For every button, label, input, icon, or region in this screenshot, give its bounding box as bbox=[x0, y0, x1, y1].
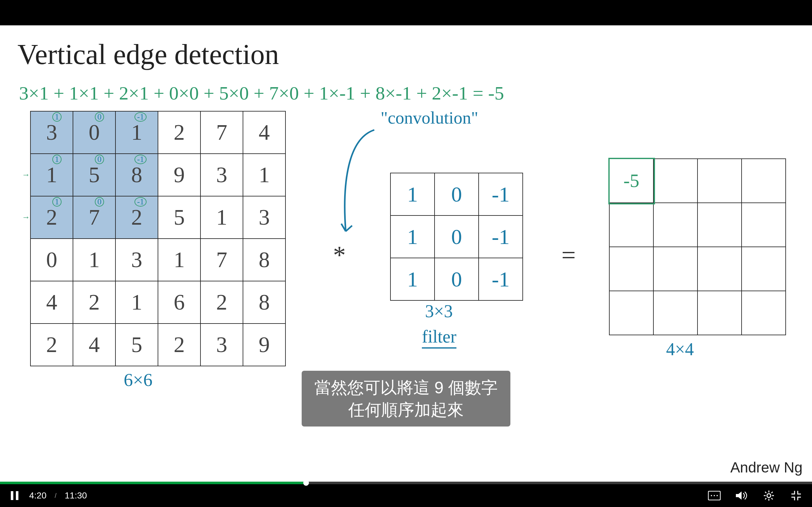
cell bbox=[653, 203, 698, 247]
cell: -1 bbox=[478, 258, 523, 300]
arrow-icon: → bbox=[22, 213, 30, 222]
author-credit: Andrew Ng bbox=[730, 459, 803, 476]
cell: 6 bbox=[158, 281, 200, 324]
cell: 7 bbox=[200, 239, 243, 281]
cell: -1 bbox=[478, 173, 523, 216]
cell: 1 bbox=[391, 173, 435, 216]
pause-icon bbox=[10, 491, 19, 501]
svg-line-13 bbox=[771, 492, 773, 493]
cell: 3 bbox=[115, 239, 158, 281]
cell bbox=[742, 247, 786, 291]
cell bbox=[609, 291, 653, 335]
cell: 1 bbox=[200, 196, 243, 239]
svg-rect-0 bbox=[11, 491, 13, 500]
gear-icon bbox=[763, 490, 774, 501]
current-time: 4:20 bbox=[29, 491, 47, 501]
input-size-label: 6×6 bbox=[124, 369, 153, 390]
equals-sign: = bbox=[561, 241, 576, 270]
filter-label: filter bbox=[422, 326, 456, 349]
svg-line-11 bbox=[765, 492, 766, 493]
filter-size-label: 3×3 bbox=[425, 301, 453, 321]
cell bbox=[609, 247, 653, 291]
cell: 4 bbox=[73, 324, 115, 366]
cell: 07 bbox=[73, 196, 115, 239]
arrow-down-icon bbox=[336, 127, 380, 241]
cell: -1 bbox=[478, 216, 523, 258]
cell: -18 bbox=[115, 154, 158, 196]
equation-handwritten: 3×1 + 1×1 + 2×1 + 0×0 + 5×0 + 7×0 + 1×-1… bbox=[19, 82, 504, 104]
cell: 8 bbox=[243, 239, 286, 281]
subtitle-caption: 當然您可以將這 9 個數字 任何順序加起來 bbox=[302, 371, 510, 427]
cell bbox=[609, 203, 653, 247]
cell: →11 bbox=[31, 154, 73, 196]
exit-fullscreen-button[interactable] bbox=[790, 489, 803, 502]
volume-icon bbox=[735, 490, 748, 501]
cell: 4 bbox=[243, 111, 286, 154]
cell: →12 bbox=[31, 196, 73, 239]
cell: 1 bbox=[73, 239, 115, 281]
cell: 3 bbox=[243, 196, 286, 239]
cell: 3 bbox=[200, 324, 243, 366]
cell bbox=[698, 247, 742, 291]
exit-fullscreen-icon bbox=[791, 490, 802, 501]
subtitle-line: 任何順序加起來 bbox=[314, 399, 498, 421]
svg-rect-1 bbox=[16, 491, 18, 500]
cell bbox=[742, 291, 786, 335]
volume-button[interactable] bbox=[735, 489, 748, 502]
arrow-icon: → bbox=[22, 170, 30, 180]
slide-title: Vertical edge detection bbox=[17, 38, 279, 71]
cell bbox=[698, 159, 742, 203]
svg-line-12 bbox=[771, 498, 773, 499]
input-matrix: 13 00 -11 2 7 4 →11 05 -18 9 3 1 →12 07 … bbox=[30, 111, 286, 366]
convolution-star: * bbox=[333, 241, 346, 270]
cell: 00 bbox=[73, 111, 115, 154]
cell: 13 bbox=[31, 111, 73, 154]
cell: 2 bbox=[200, 281, 243, 324]
convolution-label: "convolution" bbox=[380, 108, 478, 128]
svg-point-3 bbox=[711, 495, 712, 496]
cell: 3 bbox=[200, 154, 243, 196]
cell: 5 bbox=[158, 196, 200, 239]
output-matrix: -5 bbox=[609, 158, 786, 335]
cell: 2 bbox=[158, 324, 200, 366]
subtitle-line: 當然您可以將這 9 個數字 bbox=[314, 377, 498, 399]
svg-point-6 bbox=[767, 494, 771, 498]
cell bbox=[653, 247, 698, 291]
cell: 1 bbox=[391, 258, 435, 300]
cell bbox=[698, 291, 742, 335]
svg-line-14 bbox=[765, 498, 766, 499]
cell bbox=[653, 159, 698, 203]
pause-button[interactable] bbox=[8, 489, 21, 502]
cell: 2 bbox=[31, 324, 73, 366]
captions-icon bbox=[708, 491, 721, 500]
svg-point-5 bbox=[716, 495, 718, 496]
cell: 2 bbox=[73, 281, 115, 324]
settings-button[interactable] bbox=[763, 489, 775, 502]
cell: 0 bbox=[435, 173, 478, 216]
cell: 8 bbox=[243, 281, 286, 324]
cell bbox=[698, 203, 742, 247]
filter-matrix: 1 0 -1 1 0 -1 1 0 -1 bbox=[390, 173, 523, 301]
cell: 9 bbox=[158, 154, 200, 196]
slide-content: Vertical edge detection 3×1 + 1×1 + 2×1 … bbox=[0, 25, 812, 482]
cell: -12 bbox=[115, 196, 158, 239]
cell: 1 bbox=[158, 239, 200, 281]
player-controls: 4:20 / 11:30 bbox=[0, 484, 812, 507]
cell bbox=[742, 159, 786, 203]
cell: 1 bbox=[243, 154, 286, 196]
cell: 05 bbox=[73, 154, 115, 196]
output-size-label: 4×4 bbox=[666, 339, 694, 359]
cell: 7 bbox=[200, 111, 243, 154]
progress-bar[interactable] bbox=[0, 482, 812, 484]
cell bbox=[653, 291, 698, 335]
cell: 2 bbox=[158, 111, 200, 154]
cell: 9 bbox=[243, 324, 286, 366]
time-separator: / bbox=[55, 492, 57, 499]
cell: 5 bbox=[115, 324, 158, 366]
captions-button[interactable] bbox=[708, 489, 721, 502]
cell: 1 bbox=[115, 281, 158, 324]
cell: 0 bbox=[435, 258, 478, 300]
svg-point-4 bbox=[714, 495, 715, 496]
cell: 0 bbox=[435, 216, 478, 258]
progress-fill bbox=[0, 482, 306, 484]
